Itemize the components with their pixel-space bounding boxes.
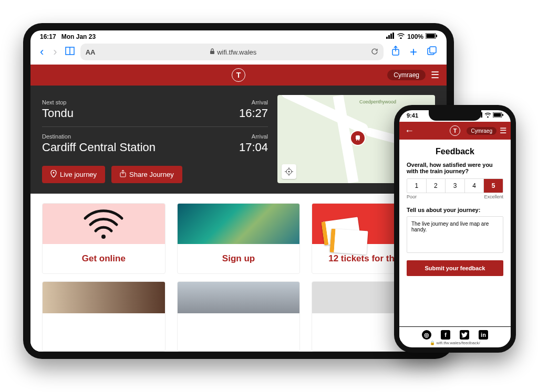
- svg-rect-7: [210, 51, 214, 54]
- card-sign-up[interactable]: Sign up: [177, 203, 301, 274]
- promo-cards-row: Get online Sign up 12 tickets for the pr…: [30, 194, 447, 274]
- card-title: Get online: [43, 244, 165, 273]
- locate-me-button[interactable]: [282, 164, 296, 179]
- destination-label: Destination: [42, 133, 156, 140]
- share-journey-button[interactable]: Share Journey: [111, 166, 182, 183]
- phone-time: 9:41: [407, 112, 418, 119]
- svg-rect-0: [386, 37, 388, 39]
- phone-footer-social: ◎ f in: [399, 326, 511, 341]
- instagram-icon[interactable]: ◎: [422, 330, 431, 340]
- rating-4[interactable]: 4: [465, 179, 484, 193]
- site-header: T Cymraeg ☰: [30, 65, 447, 86]
- language-toggle[interactable]: Cymraeg: [467, 127, 496, 135]
- svg-rect-25: [502, 114, 503, 116]
- page-title: Feedback: [407, 147, 503, 156]
- card-get-online[interactable]: Get online: [42, 203, 165, 274]
- svg-rect-6: [436, 35, 437, 37]
- reload-icon[interactable]: [371, 48, 378, 57]
- battery-icon: [493, 112, 503, 119]
- next-stop-label: Next stop: [42, 99, 74, 105]
- status-time: 16:17: [40, 33, 56, 40]
- svg-rect-5: [427, 34, 435, 38]
- battery-icon: [426, 33, 437, 40]
- svg-rect-2: [390, 34, 392, 39]
- question-journey-text: Tell us about your journey:: [407, 207, 503, 213]
- battery-text: 100%: [407, 33, 423, 40]
- rating-selector: 1 2 3 4 5: [407, 178, 503, 193]
- feedback-form: Feedback Overall, how satisfied were you…: [399, 140, 511, 326]
- language-toggle[interactable]: Cymraeg: [387, 70, 426, 80]
- rating-1[interactable]: 1: [407, 179, 427, 193]
- new-tab-icon[interactable]: +: [408, 45, 419, 59]
- back-button[interactable]: ‹: [38, 45, 46, 59]
- svg-point-18: [101, 235, 106, 239]
- linkedin-icon[interactable]: in: [479, 330, 488, 340]
- safari-toolbar: ‹ › AA wifi.tfw.wales +: [30, 41, 447, 65]
- site-logo[interactable]: T: [450, 125, 460, 136]
- rating-2[interactable]: 2: [427, 179, 446, 193]
- train-pin-icon: [350, 130, 366, 146]
- bookmarks-icon[interactable]: [65, 46, 75, 58]
- address-bar[interactable]: AA wifi.tfw.wales: [80, 44, 384, 60]
- dest-arrival-label: Arrival: [239, 133, 268, 140]
- next-arrival-label: Arrival: [239, 99, 268, 105]
- phone-site-header: ← T Cymraeg ☰: [399, 122, 511, 140]
- signal-icon: [386, 33, 395, 40]
- next-arrival-value: 16:27: [239, 107, 268, 120]
- text-size-button[interactable]: AA: [86, 48, 96, 56]
- card-people[interactable]: [42, 281, 165, 352]
- tablet-device: 16:17 Mon Jan 23 100% ‹ ›: [23, 23, 454, 359]
- status-date: Mon Jan 23: [61, 33, 96, 40]
- next-stop-value: Tondu: [42, 107, 74, 120]
- svg-rect-10: [430, 47, 436, 53]
- svg-point-17: [288, 171, 290, 173]
- menu-icon[interactable]: ☰: [431, 69, 439, 81]
- destination-value: Cardiff Central Station: [42, 141, 156, 154]
- svg-rect-24: [494, 113, 501, 117]
- phone-device: 9:41 ← T Cymraeg ☰ Feedback Overall, how…: [394, 105, 516, 353]
- rating-poor-label: Poor: [407, 194, 417, 199]
- ocean-card-image: [178, 204, 300, 244]
- submit-button[interactable]: Submit your feedback: [407, 260, 503, 276]
- rating-5[interactable]: 5: [484, 179, 503, 193]
- back-arrow-icon[interactable]: ←: [405, 125, 414, 136]
- question-satisfaction: Overall, how satisfied were you with the…: [407, 162, 503, 174]
- svg-rect-1: [388, 35, 390, 39]
- share-arrow-icon: [120, 170, 126, 179]
- site-logo[interactable]: T: [232, 68, 245, 82]
- url-text: wifi.tfw.wales: [217, 48, 256, 56]
- promo-cards-row-2: [30, 274, 447, 352]
- forward-button[interactable]: ›: [51, 45, 59, 59]
- rating-excellent-label: Excellent: [484, 194, 503, 199]
- phone-notch: [429, 110, 481, 121]
- share-icon[interactable]: [389, 46, 402, 58]
- menu-icon[interactable]: ☰: [500, 126, 506, 135]
- phone-screen: 9:41 ← T Cymraeg ☰ Feedback Overall, how…: [399, 110, 511, 347]
- tablet-status-bar: 16:17 Mon Jan 23 100%: [30, 30, 447, 41]
- dest-arrival-value: 17:04: [239, 141, 268, 154]
- rating-3[interactable]: 3: [446, 179, 465, 193]
- svg-point-11: [53, 172, 55, 174]
- feedback-textarea[interactable]: The live journey and live map are handy.: [407, 216, 503, 253]
- card-building[interactable]: [177, 281, 301, 352]
- card-title: Sign up: [178, 244, 300, 273]
- live-journey-label: Live journey: [60, 171, 97, 178]
- journey-panel: Next stop Tondu Arrival 16:27 Destinatio…: [30, 86, 447, 194]
- twitter-icon[interactable]: [460, 330, 469, 340]
- share-journey-label: Share Journey: [129, 171, 174, 178]
- tabs-icon[interactable]: [425, 46, 439, 58]
- wifi-card-image: [43, 204, 165, 244]
- wifi-icon: [397, 33, 405, 40]
- lock-icon: [210, 48, 215, 56]
- svg-rect-13: [356, 135, 360, 140]
- live-journey-button[interactable]: Live journey: [42, 166, 105, 183]
- tablet-screen: 16:17 Mon Jan 23 100% ‹ ›: [30, 30, 447, 352]
- svg-point-15: [358, 140, 359, 141]
- svg-point-14: [356, 140, 357, 141]
- map-place-label: Coedpenthywood: [359, 99, 396, 104]
- location-pin-icon: [50, 170, 57, 179]
- wifi-icon: [484, 112, 491, 119]
- svg-rect-3: [392, 33, 394, 39]
- facebook-icon[interactable]: f: [441, 330, 450, 340]
- phone-url-bar: 🔒 wifi.tfw.wales/feedback/: [399, 341, 511, 347]
